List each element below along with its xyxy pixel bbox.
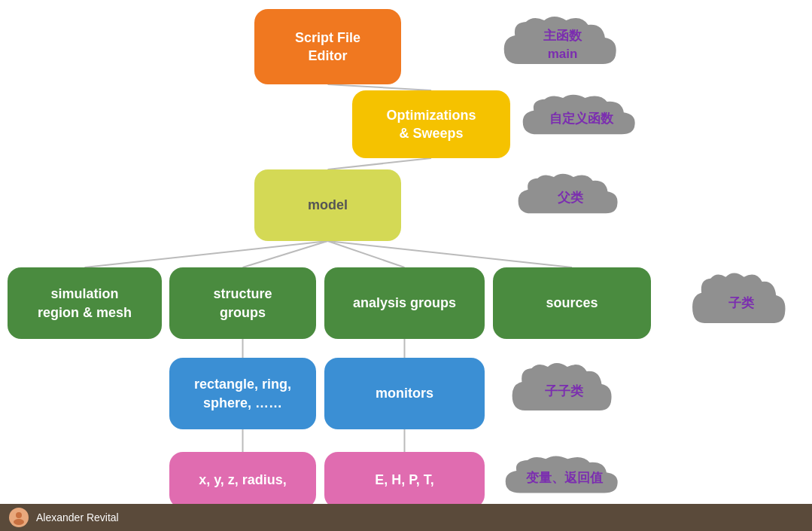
cloud-sub-class: 子类 [686,267,795,339]
svg-line-3 [243,241,328,267]
cloud-variable-return: 变量、返回值 [498,452,630,505]
model: model [254,169,401,241]
svg-line-1 [328,158,432,169]
script-file-editor: Script File Editor [254,9,401,84]
avatar [9,508,29,527]
bottom-label: Alexander Revital [36,511,119,523]
cloud-main-text: 主函数main [543,27,582,63]
svg-line-2 [85,241,328,267]
cloud-custom-func-text: 自定义函数 [549,110,613,128]
bottom-bar: Alexander Revital [0,504,812,531]
structure-groups: structure groups [169,267,316,339]
cloud-variable-return-text: 变量、返回值 [526,469,603,487]
xyz-radius: x, y, z, radius, [169,452,316,508]
canvas: Script File EditorOptimizations & Sweeps… [0,0,812,531]
sources: sources [493,267,651,339]
svg-line-4 [328,241,405,267]
simulation-region-mesh: simulation region & mesh [8,267,162,339]
cloud-subsub-class: 子子类 [506,358,622,426]
optimizations-sweeps: Optimizations & Sweeps [352,90,510,158]
cloud-main: 主函数main [497,11,628,79]
cloud-sub-class-text: 子类 [728,294,754,313]
svg-point-11 [14,519,24,525]
svg-point-10 [16,512,22,518]
analysis-groups: analysis groups [324,267,485,339]
svg-line-0 [328,84,432,90]
EHPT: E, H, P, T, [324,452,485,508]
cloud-custom-func: 自定义函数 [515,90,647,147]
svg-line-5 [328,241,573,267]
rectangle-ring-sphere: rectangle, ring, sphere, …… [169,358,316,429]
monitors: monitors [324,358,485,429]
cloud-parent-class-text: 父类 [558,189,583,207]
cloud-parent-class: 父类 [512,169,628,226]
cloud-subsub-class-text: 子子类 [545,383,583,401]
